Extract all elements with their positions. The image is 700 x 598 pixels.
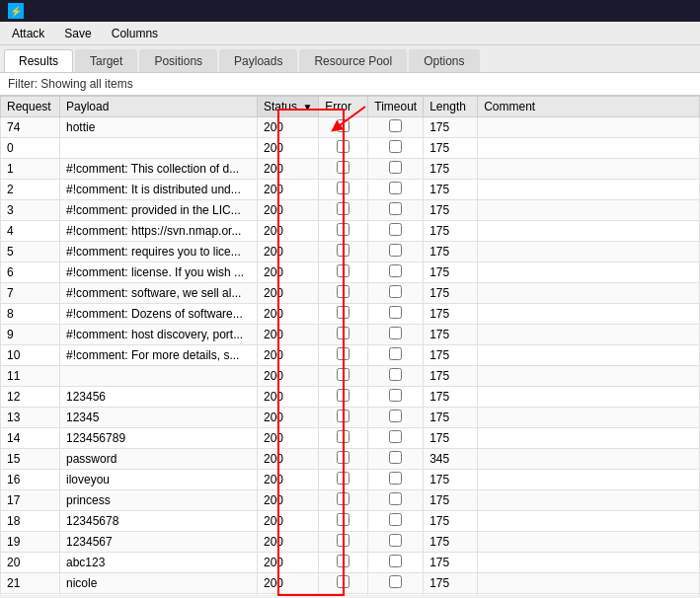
cell-error[interactable] [319, 325, 368, 345]
cell-timeout[interactable] [368, 242, 424, 262]
cell-status: 200 [258, 366, 319, 387]
table-row[interactable]: 12123456200175 [1, 387, 700, 408]
cell-error[interactable] [319, 387, 368, 408]
table-row[interactable]: 191234567200175 [1, 532, 700, 553]
cell-timeout[interactable] [368, 304, 424, 325]
cell-error[interactable] [319, 242, 368, 262]
cell-error[interactable] [319, 594, 368, 596]
cell-error[interactable] [319, 159, 368, 180]
tab-results[interactable]: Results [4, 49, 73, 72]
cell-error[interactable] [319, 532, 368, 553]
table-row[interactable]: 0200175 [1, 138, 700, 159]
cell-status: 200 [258, 325, 319, 345]
col-header-request[interactable]: Request [1, 97, 60, 117]
cell-timeout[interactable] [368, 180, 424, 200]
cell-timeout[interactable] [368, 408, 424, 428]
table-row[interactable]: 9#!comment: host discovery, port...20017… [1, 325, 700, 345]
table-row[interactable]: 16iloveyou200175 [1, 470, 700, 490]
table-row[interactable]: 4#!comment: https://svn.nmap.or...200175 [1, 221, 700, 242]
tab-positions[interactable]: Positions [139, 49, 217, 72]
cell-error[interactable] [319, 283, 368, 304]
cell-length: 175 [424, 138, 478, 159]
table-row[interactable]: 10#!comment: For more details, s...20017… [1, 345, 700, 366]
menu-attack[interactable]: Attack [4, 25, 52, 42]
cell-error[interactable] [319, 428, 368, 449]
cell-payload: hottie [60, 117, 258, 138]
cell-timeout[interactable] [368, 573, 424, 594]
col-header-comment[interactable]: Comment [478, 97, 700, 117]
cell-error[interactable] [319, 262, 368, 283]
col-header-length[interactable]: Length [424, 97, 478, 117]
table-row[interactable]: 17princess200175 [1, 490, 700, 511]
cell-timeout[interactable] [368, 594, 424, 596]
results-table-container[interactable]: Request Payload Status ▼ Error Timeout L… [0, 96, 700, 595]
table-row[interactable]: 74hottie200175 [1, 117, 700, 138]
cell-length: 175 [424, 428, 478, 449]
table-row[interactable]: 14123456789200175 [1, 428, 700, 449]
cell-length: 175 [424, 180, 478, 200]
table-row[interactable]: 15password200345 [1, 449, 700, 470]
cell-timeout[interactable] [368, 428, 424, 449]
cell-timeout[interactable] [368, 283, 424, 304]
cell-status: 200 [258, 180, 319, 200]
cell-error[interactable] [319, 573, 368, 594]
tab-options[interactable]: Options [409, 49, 479, 72]
table-row[interactable]: 6#!comment: license. If you wish ...2001… [1, 262, 700, 283]
tab-payloads[interactable]: Payloads [219, 49, 297, 72]
cell-timeout[interactable] [368, 490, 424, 511]
table-row[interactable]: 1#!comment: This collection of d...20017… [1, 159, 700, 180]
table-row[interactable]: 21nicole200175 [1, 573, 700, 594]
cell-comment [478, 532, 700, 553]
cell-error[interactable] [319, 511, 368, 532]
cell-error[interactable] [319, 200, 368, 221]
cell-timeout[interactable] [368, 449, 424, 470]
cell-error[interactable] [319, 345, 368, 366]
cell-error[interactable] [319, 490, 368, 511]
col-header-status[interactable]: Status ▼ [258, 97, 319, 117]
cell-timeout[interactable] [368, 387, 424, 408]
cell-request: 8 [1, 304, 60, 325]
table-row[interactable]: 1812345678200175 [1, 511, 700, 532]
cell-timeout[interactable] [368, 532, 424, 553]
cell-timeout[interactable] [368, 159, 424, 180]
table-row[interactable]: 8#!comment: Dozens of software...200175 [1, 304, 700, 325]
cell-error[interactable] [319, 117, 368, 138]
col-header-timeout[interactable]: Timeout [368, 97, 424, 117]
table-row[interactable]: 7#!comment: software, we sell al...20017… [1, 283, 700, 304]
table-row[interactable]: 5#!comment: requires you to lice...20017… [1, 242, 700, 262]
cell-error[interactable] [319, 366, 368, 387]
cell-timeout[interactable] [368, 262, 424, 283]
cell-timeout[interactable] [368, 470, 424, 490]
cell-timeout[interactable] [368, 200, 424, 221]
cell-error[interactable] [319, 304, 368, 325]
cell-timeout[interactable] [368, 138, 424, 159]
tab-resource-pool[interactable]: Resource Pool [299, 49, 407, 72]
table-row[interactable]: 2#!comment: It is distributed und...2001… [1, 180, 700, 200]
cell-error[interactable] [319, 180, 368, 200]
cell-error[interactable] [319, 221, 368, 242]
cell-request: 7 [1, 283, 60, 304]
cell-error[interactable] [319, 138, 368, 159]
cell-timeout[interactable] [368, 221, 424, 242]
cell-error[interactable] [319, 408, 368, 428]
menu-save[interactable]: Save [56, 25, 99, 42]
cell-timeout[interactable] [368, 117, 424, 138]
cell-error[interactable] [319, 449, 368, 470]
cell-status: 200 [258, 200, 319, 221]
table-row[interactable]: 22daniel200175 [1, 594, 700, 596]
col-header-payload[interactable]: Payload [60, 97, 258, 117]
cell-timeout[interactable] [368, 345, 424, 366]
table-row[interactable]: 20abc123200175 [1, 553, 700, 573]
cell-timeout[interactable] [368, 553, 424, 573]
menu-columns[interactable]: Columns [104, 25, 166, 42]
col-header-error[interactable]: Error [319, 97, 368, 117]
tab-target[interactable]: Target [75, 49, 137, 72]
cell-timeout[interactable] [368, 366, 424, 387]
cell-error[interactable] [319, 553, 368, 573]
cell-timeout[interactable] [368, 325, 424, 345]
cell-timeout[interactable] [368, 511, 424, 532]
table-row[interactable]: 3#!comment: provided in the LIC...200175 [1, 200, 700, 221]
table-row[interactable]: 11200175 [1, 366, 700, 387]
cell-error[interactable] [319, 470, 368, 490]
table-row[interactable]: 1312345200175 [1, 408, 700, 428]
